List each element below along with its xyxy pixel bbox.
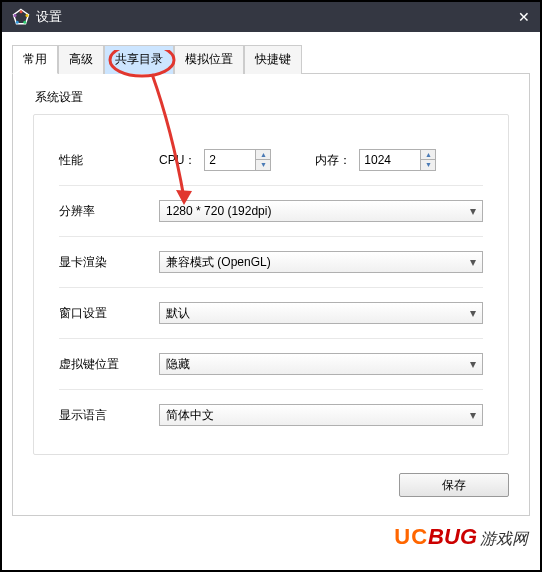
row-vk: 虚拟键位置 隐藏 <box>59 339 483 390</box>
svg-point-3 <box>23 21 26 24</box>
select-resolution[interactable]: 1280 * 720 (192dpi) <box>159 200 483 222</box>
cpu-input[interactable] <box>205 151 255 169</box>
tab-mock-location[interactable]: 模拟位置 <box>174 45 244 74</box>
tab-common[interactable]: 常用 <box>12 45 58 74</box>
label-performance: 性能 <box>59 152 159 169</box>
window-title: 设置 <box>36 8 62 26</box>
mem-down-icon[interactable]: ▼ <box>421 160 435 170</box>
select-lang-value: 简体中文 <box>166 407 214 424</box>
settings-group: 性能 CPU： ▲▼ 内存： ▲▼ 分辨率 <box>33 114 509 455</box>
label-gpu: 显卡渲染 <box>59 254 159 271</box>
close-icon[interactable]: ✕ <box>518 9 530 25</box>
label-window: 窗口设置 <box>59 305 159 322</box>
cpu-up-icon[interactable]: ▲ <box>256 150 270 160</box>
footer: 保存 <box>33 473 509 497</box>
row-window: 窗口设置 默认 <box>59 288 483 339</box>
watermark-cn: 游戏网 <box>480 530 528 547</box>
mem-spin[interactable]: ▲▼ <box>359 149 436 171</box>
tab-advanced[interactable]: 高级 <box>58 45 104 74</box>
select-window[interactable]: 默认 <box>159 302 483 324</box>
row-performance: 性能 CPU： ▲▼ 内存： ▲▼ <box>59 135 483 186</box>
content-area: 常用 高级 共享目录 模拟位置 快捷键 系统设置 性能 CPU： ▲▼ 内存： <box>2 32 540 528</box>
tab-panel-common: 系统设置 性能 CPU： ▲▼ 内存： ▲▼ <box>12 74 530 516</box>
cpu-label: CPU： <box>159 152 196 169</box>
select-vk-value: 隐藏 <box>166 356 190 373</box>
cpu-spin[interactable]: ▲▼ <box>204 149 271 171</box>
svg-point-4 <box>16 21 19 24</box>
label-vk: 虚拟键位置 <box>59 356 159 373</box>
group-title: 系统设置 <box>33 89 509 106</box>
svg-point-2 <box>26 14 29 17</box>
select-window-value: 默认 <box>166 305 190 322</box>
tab-shared-dir[interactable]: 共享目录 <box>104 45 174 74</box>
select-gpu-value: 兼容模式 (OpenGL) <box>166 254 271 271</box>
mem-label: 内存： <box>315 152 351 169</box>
svg-point-5 <box>14 14 17 17</box>
label-lang: 显示语言 <box>59 407 159 424</box>
titlebar: 设置 ✕ <box>2 2 540 32</box>
mem-input[interactable] <box>360 151 420 169</box>
select-vk[interactable]: 隐藏 <box>159 353 483 375</box>
row-gpu: 显卡渲染 兼容模式 (OpenGL) <box>59 237 483 288</box>
label-resolution: 分辨率 <box>59 203 159 220</box>
app-logo-icon <box>12 8 30 26</box>
row-lang: 显示语言 简体中文 <box>59 390 483 440</box>
select-gpu[interactable]: 兼容模式 (OpenGL) <box>159 251 483 273</box>
save-button[interactable]: 保存 <box>399 473 509 497</box>
tab-bar: 常用 高级 共享目录 模拟位置 快捷键 <box>12 44 530 74</box>
select-resolution-value: 1280 * 720 (192dpi) <box>166 204 271 218</box>
cpu-down-icon[interactable]: ▼ <box>256 160 270 170</box>
row-resolution: 分辨率 1280 * 720 (192dpi) <box>59 186 483 237</box>
select-lang[interactable]: 简体中文 <box>159 404 483 426</box>
svg-point-1 <box>20 10 23 13</box>
tab-shortcuts[interactable]: 快捷键 <box>244 45 302 74</box>
mem-up-icon[interactable]: ▲ <box>421 150 435 160</box>
